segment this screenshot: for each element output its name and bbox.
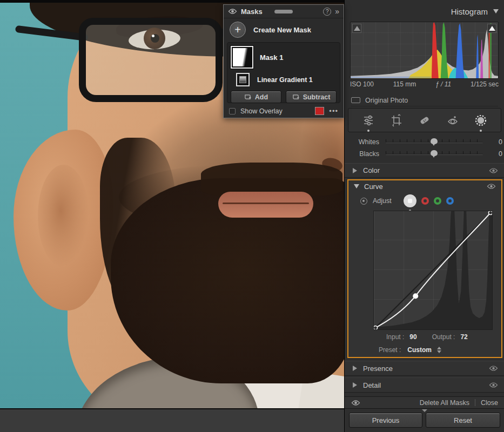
- subtract-mask-button[interactable]: Subtract: [286, 91, 337, 103]
- original-photo-checkbox[interactable]: [351, 97, 360, 103]
- exif-shutter: 1/125 sec: [471, 80, 499, 88]
- mask-name-label: Mask 1: [260, 53, 283, 62]
- whites-slider-knob[interactable]: [431, 138, 438, 146]
- highlight-clipping-button[interactable]: [487, 24, 496, 33]
- color-section-label: Color: [363, 166, 380, 174]
- blacks-slider[interactable]: [386, 150, 483, 158]
- footer-visibility-eye-icon[interactable]: [351, 400, 360, 406]
- tool-strip: [348, 108, 501, 132]
- linear-gradient-thumbnail[interactable]: [236, 73, 250, 86]
- create-new-mask-button[interactable]: + Create New Mask: [224, 18, 344, 41]
- curve-preset-value[interactable]: Custom: [407, 346, 432, 354]
- masks-visibility-eye-icon[interactable]: [228, 8, 237, 15]
- mask-group: Mask 1 Linear Gradient 1 Add Subtract: [227, 42, 340, 103]
- detail-visibility-eye-icon[interactable]: [489, 382, 498, 388]
- panel-collapse-arrow-icon[interactable]: [422, 409, 427, 412]
- color-visibility-eye-icon[interactable]: [489, 167, 498, 174]
- curve-channel-blue-button[interactable]: [446, 197, 454, 205]
- curve-input-label: Input :: [386, 333, 404, 341]
- overlay-options-icon[interactable]: •••: [329, 107, 338, 115]
- show-overlay-label: Show Overlay: [240, 107, 283, 115]
- mask-component-row[interactable]: Linear Gradient 1: [236, 73, 337, 86]
- color-disclosure-icon[interactable]: [353, 168, 357, 173]
- masks-panel-header[interactable]: Masks ? »: [224, 5, 344, 18]
- footer-divider: [475, 399, 475, 406]
- curve-io-row: Input : 90 Output : 72: [373, 333, 493, 341]
- reset-button[interactable]: Reset: [426, 413, 500, 428]
- histogram-collapse-icon[interactable]: [493, 9, 499, 14]
- edit-tool-active-dot: [367, 130, 369, 132]
- crop-tool-button[interactable]: [388, 112, 405, 129]
- targeted-adjustment-icon[interactable]: [360, 198, 367, 205]
- crop-icon: [390, 114, 403, 127]
- tone-curve-svg: [374, 211, 492, 329]
- curve-channel-green-button[interactable]: [434, 197, 441, 205]
- photo-ear-inner: [38, 165, 89, 267]
- tone-curve-graph[interactable]: [373, 211, 493, 330]
- subtract-mask-label: Subtract: [303, 93, 331, 101]
- curve-section-header[interactable]: Curve: [348, 180, 501, 192]
- shadow-clipping-button[interactable]: [352, 24, 361, 33]
- red-eye-tool-button[interactable]: [445, 112, 461, 129]
- red-eye-icon: [446, 114, 459, 127]
- masks-panel: Masks ? » + Create New Mask Mask 1 Linea…: [223, 4, 344, 118]
- presence-section-label: Presence: [363, 364, 393, 373]
- mask-item-row[interactable]: Mask 1: [231, 46, 337, 69]
- curve-preset-row[interactable]: Preset : Custom: [348, 346, 501, 354]
- curve-adjust-row: Adjust: [348, 192, 501, 210]
- curve-visibility-eye-icon[interactable]: [487, 183, 496, 190]
- curve-channel-luma-button[interactable]: [404, 194, 416, 207]
- curve-disclosure-icon[interactable]: [354, 184, 359, 188]
- masks-panel-footer: Show Overlay •••: [224, 104, 344, 118]
- preset-stepper-icon[interactable]: [437, 347, 441, 353]
- mask-thumbnail[interactable]: [231, 46, 253, 69]
- histogram-display[interactable]: [350, 22, 499, 79]
- blacks-value[interactable]: 0: [489, 150, 504, 158]
- mask-component-label: Linear Gradient 1: [257, 76, 313, 84]
- whites-value[interactable]: 0: [489, 138, 504, 146]
- whites-slider[interactable]: [386, 138, 483, 146]
- whites-label: Whites: [345, 138, 386, 146]
- shadow-clipping-icon: [354, 26, 360, 31]
- expand-panel-icon[interactable]: »: [335, 7, 339, 16]
- previous-button[interactable]: Previous: [349, 413, 422, 428]
- edit-tool-button[interactable]: [360, 112, 377, 129]
- original-photo-row[interactable]: Original Photo: [351, 94, 498, 106]
- photo-mouth-line: [223, 202, 309, 204]
- presence-visibility-eye-icon[interactable]: [489, 365, 498, 372]
- original-photo-label: Original Photo: [365, 97, 408, 104]
- detail-disclosure-icon[interactable]: [353, 382, 357, 388]
- blacks-slider-knob[interactable]: [431, 150, 438, 158]
- curve-input-value[interactable]: 90: [409, 333, 416, 341]
- histogram-header[interactable]: Histogram: [345, 4, 504, 18]
- develop-right-panel: Histogram ISO 100 115 mm ƒ: [344, 0, 504, 432]
- masking-footer-bar: Delete All Masks Close: [345, 396, 504, 409]
- curve-output-value[interactable]: 72: [460, 333, 467, 341]
- help-icon[interactable]: ?: [323, 8, 331, 16]
- curve-panel: Curve Adjust: [347, 179, 502, 358]
- highlight-clipping-icon: [489, 26, 495, 31]
- drag-handle-icon[interactable]: [274, 10, 293, 14]
- presence-disclosure-icon[interactable]: [353, 366, 357, 371]
- curve-channel-red-button[interactable]: [421, 197, 429, 205]
- show-overlay-checkbox[interactable]: [229, 108, 236, 114]
- photo-lips: [218, 192, 313, 218]
- add-mask-button[interactable]: Add: [231, 91, 281, 103]
- exif-focal-length: 115 mm: [393, 80, 416, 88]
- plus-icon[interactable]: +: [230, 22, 246, 38]
- delete-all-masks-button[interactable]: Delete All Masks: [420, 399, 469, 407]
- masking-tool-button[interactable]: [473, 112, 489, 129]
- create-new-mask-label: Create New Mask: [253, 26, 311, 34]
- healing-tool-button[interactable]: [416, 112, 433, 129]
- detail-section-header[interactable]: Detail: [345, 377, 504, 393]
- subtract-mask-icon: [292, 93, 300, 100]
- presence-section-header[interactable]: Presence: [345, 361, 504, 376]
- close-button[interactable]: Close: [481, 399, 498, 407]
- histogram-graph: [351, 22, 498, 78]
- color-section-header[interactable]: Color: [345, 163, 504, 178]
- exif-aperture: ƒ / 11: [435, 80, 451, 88]
- masking-tool-active-dot: [480, 130, 482, 132]
- overlay-color-swatch[interactable]: [315, 107, 324, 115]
- add-mask-icon: [244, 93, 252, 100]
- masks-panel-title: Masks: [241, 8, 263, 16]
